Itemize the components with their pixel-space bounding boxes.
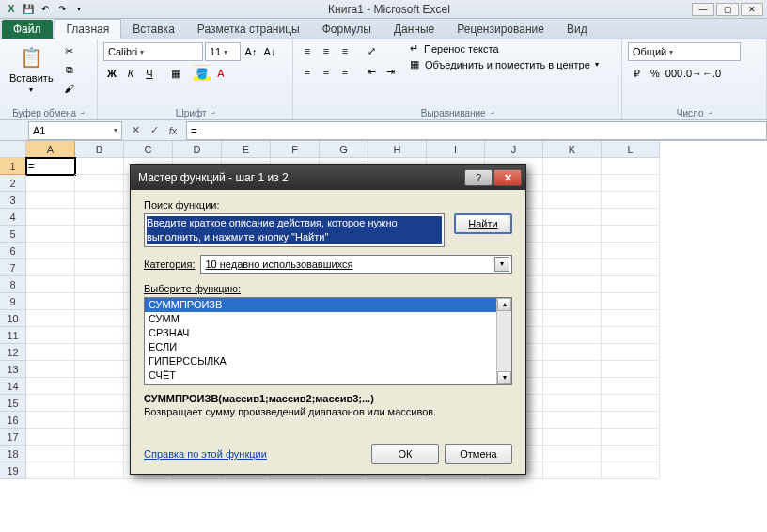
- cell[interactable]: [543, 192, 602, 209]
- column-header[interactable]: C: [124, 141, 173, 158]
- cell[interactable]: [543, 361, 602, 378]
- cell[interactable]: [75, 327, 124, 344]
- cut-icon[interactable]: ✂: [61, 42, 78, 59]
- list-item[interactable]: ГИПЕРССЫЛКА: [145, 354, 496, 368]
- cell[interactable]: [602, 259, 660, 276]
- increase-indent-icon[interactable]: ⇥: [382, 63, 399, 80]
- cell[interactable]: [26, 412, 75, 429]
- column-header[interactable]: A: [26, 141, 75, 158]
- row-header[interactable]: 17: [0, 429, 26, 446]
- column-header[interactable]: K: [543, 141, 602, 158]
- cell[interactable]: [75, 412, 124, 429]
- cell[interactable]: [75, 378, 124, 395]
- column-header[interactable]: B: [75, 141, 124, 158]
- cell[interactable]: [602, 243, 660, 259]
- cell[interactable]: [602, 446, 660, 462]
- wrap-text-button[interactable]: ↵ Перенос текста: [410, 42, 599, 55]
- row-header[interactable]: 3: [0, 192, 26, 209]
- row-header[interactable]: 7: [0, 259, 26, 276]
- listbox-scrollbar[interactable]: ▴ ▾: [496, 298, 511, 384]
- cell[interactable]: [543, 327, 602, 344]
- cell[interactable]: [26, 259, 75, 276]
- select-all-corner[interactable]: [0, 141, 26, 158]
- tab-view[interactable]: Вид: [556, 20, 599, 39]
- cell[interactable]: [26, 175, 75, 192]
- close-button[interactable]: ✕: [741, 3, 763, 16]
- row-header[interactable]: 4: [0, 209, 26, 226]
- column-header[interactable]: E: [222, 141, 271, 158]
- row-header[interactable]: 16: [0, 412, 26, 429]
- cell[interactable]: [26, 310, 75, 327]
- cell[interactable]: [75, 429, 124, 446]
- row-header[interactable]: 18: [0, 446, 26, 462]
- cell[interactable]: [26, 293, 75, 310]
- function-listbox[interactable]: СУММПРОИЗВСУММСРЗНАЧЕСЛИГИПЕРССЫЛКАСЧЁТМ…: [144, 297, 512, 385]
- cell[interactable]: [543, 209, 602, 226]
- cell[interactable]: [75, 276, 124, 293]
- cell[interactable]: [543, 226, 602, 243]
- cell[interactable]: [26, 209, 75, 226]
- cell[interactable]: [602, 158, 660, 175]
- cell[interactable]: [26, 395, 75, 412]
- row-header[interactable]: 14: [0, 378, 26, 395]
- copy-icon[interactable]: ⧉: [61, 61, 78, 78]
- tab-review[interactable]: Рецензирование: [446, 20, 556, 39]
- cell[interactable]: [543, 310, 602, 327]
- cell[interactable]: [75, 310, 124, 327]
- cell[interactable]: [26, 243, 75, 259]
- cancel-formula-icon[interactable]: ✕: [128, 124, 143, 136]
- tab-formulas[interactable]: Формулы: [311, 20, 383, 39]
- row-header[interactable]: 15: [0, 395, 26, 412]
- number-format-combo[interactable]: Общий▾: [628, 42, 741, 61]
- cell[interactable]: [543, 344, 602, 361]
- row-header[interactable]: 5: [0, 226, 26, 243]
- column-header[interactable]: J: [485, 141, 543, 158]
- bold-button[interactable]: Ж: [103, 65, 120, 82]
- cell[interactable]: [26, 226, 75, 243]
- comma-icon[interactable]: 000: [665, 65, 682, 82]
- cell[interactable]: [26, 462, 75, 479]
- cell[interactable]: [26, 378, 75, 395]
- cell[interactable]: [543, 395, 602, 412]
- decrease-decimal-icon[interactable]: ←.0: [703, 65, 720, 82]
- column-header[interactable]: I: [427, 141, 485, 158]
- cell[interactable]: [543, 175, 602, 192]
- tab-insert[interactable]: Вставка: [121, 20, 186, 39]
- file-tab[interactable]: Файл: [2, 20, 53, 39]
- cell[interactable]: [75, 344, 124, 361]
- cell[interactable]: [543, 378, 602, 395]
- scroll-up-icon[interactable]: ▴: [497, 298, 511, 311]
- italic-button[interactable]: К: [122, 65, 139, 82]
- cell[interactable]: [75, 226, 124, 243]
- cell[interactable]: [602, 209, 660, 226]
- formula-input[interactable]: =: [186, 121, 767, 140]
- font-name-combo[interactable]: Calibri▾: [103, 42, 203, 61]
- cancel-button[interactable]: Отмена: [445, 444, 512, 464]
- cell[interactable]: [602, 361, 660, 378]
- tab-data[interactable]: Данные: [383, 20, 446, 39]
- name-box[interactable]: A1 ▾: [28, 121, 122, 140]
- align-left-icon[interactable]: ≡: [299, 63, 316, 80]
- cell[interactable]: [543, 243, 602, 259]
- format-painter-icon[interactable]: 🖌: [61, 80, 78, 97]
- list-item[interactable]: МАКС: [145, 383, 496, 384]
- decrease-indent-icon[interactable]: ⇤: [363, 63, 380, 80]
- cell[interactable]: [602, 412, 660, 429]
- search-input[interactable]: Введите краткое описание действия, котор…: [144, 213, 445, 247]
- list-item[interactable]: СУММ: [145, 312, 496, 326]
- cell[interactable]: [26, 344, 75, 361]
- maximize-button[interactable]: ▢: [716, 3, 739, 16]
- cell[interactable]: [543, 276, 602, 293]
- cell[interactable]: [602, 226, 660, 243]
- find-button[interactable]: Найти: [454, 213, 512, 234]
- cell[interactable]: [75, 462, 124, 479]
- cell[interactable]: [602, 276, 660, 293]
- enter-formula-icon[interactable]: ✓: [147, 124, 162, 136]
- cell[interactable]: [543, 446, 602, 462]
- column-header[interactable]: D: [173, 141, 222, 158]
- tab-home[interactable]: Главная: [55, 19, 122, 39]
- list-item[interactable]: СЧЁТ: [145, 368, 496, 383]
- row-header[interactable]: 2: [0, 175, 26, 192]
- dialog-help-button[interactable]: ?: [464, 169, 493, 186]
- fx-icon[interactable]: fx: [165, 125, 180, 136]
